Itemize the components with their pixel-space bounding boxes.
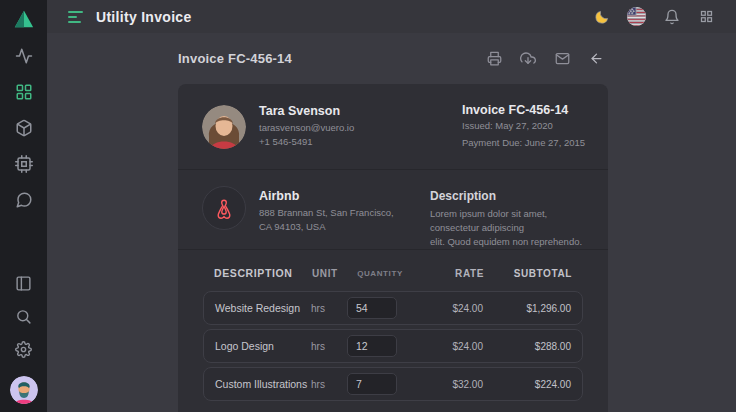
apps-grid-icon[interactable]	[697, 7, 716, 26]
client-section: Airbnb 888 Brannan St, San Francisco, CA…	[178, 170, 608, 250]
header-unit: UNIT	[312, 268, 348, 279]
description-text-line2: elit. Quod equidem non reprehendo.	[430, 235, 584, 249]
page-content: Invoice FC-456-14	[47, 33, 736, 412]
sender-name: Tara Svenson	[259, 104, 354, 118]
line-item-row: Logo Design hrs $24.00 $288.00	[203, 329, 583, 363]
sidebar-nav-top	[13, 45, 34, 210]
header-quantity: QUANTITY	[348, 269, 412, 278]
item-description: Custom Illustrations	[215, 378, 311, 390]
sender-phone: +1 546-5491	[259, 135, 354, 149]
activity-icon[interactable]	[13, 45, 34, 66]
invoice-toolbar: Invoice FC-456-14	[178, 33, 608, 84]
item-unit: hrs	[311, 379, 347, 390]
invoice-actions	[486, 51, 604, 67]
language-flag-icon[interactable]	[627, 7, 646, 26]
item-unit: hrs	[311, 303, 347, 314]
user-avatar[interactable]	[10, 376, 38, 404]
header-rate: RATE	[412, 268, 484, 279]
navbar-actions	[592, 7, 716, 26]
line-item-row: Website Redesign hrs $24.00 $1,296.00	[203, 291, 583, 325]
top-navbar: Utility Invoice	[47, 0, 736, 33]
sender-email: tarasvenson@vuero.io	[259, 121, 354, 135]
client-address-line2: CA 94103, USA	[259, 220, 394, 234]
quantity-input[interactable]	[347, 373, 397, 395]
menu-hamburger-icon[interactable]	[68, 11, 83, 23]
item-rate: $24.00	[411, 303, 483, 314]
invoice-issued-date: Issued: May 27, 2020	[462, 119, 584, 133]
cloud-download-icon[interactable]	[520, 51, 536, 67]
settings-gear-icon[interactable]	[13, 339, 34, 360]
item-subtotal: $1,296.00	[483, 303, 571, 314]
dark-mode-moon-icon[interactable]	[592, 7, 611, 26]
panels-icon[interactable]	[13, 273, 34, 294]
invoice-meta-block: Invoice FC-456-14 Issued: May 27, 2020 P…	[462, 103, 584, 150]
client-block: Airbnb 888 Brannan St, San Francisco, CA…	[202, 186, 430, 249]
invoice-parties-section: Tara Svenson tarasvenson@vuero.io +1 546…	[178, 84, 608, 170]
sender-photo	[202, 105, 246, 149]
main-area: Utility Invoice	[47, 0, 736, 412]
search-icon[interactable]	[13, 306, 34, 327]
header-description: DESCRIPTION	[214, 267, 312, 279]
item-subtotal: $224.00	[483, 379, 571, 390]
sender-block: Tara Svenson tarasvenson@vuero.io +1 546…	[202, 104, 354, 149]
airbnb-logo-icon	[202, 186, 246, 230]
item-rate: $24.00	[411, 341, 483, 352]
cpu-icon[interactable]	[13, 153, 34, 174]
items-table-header: DESCRIPTION UNIT QUANTITY RATE SUBTOTAL	[203, 250, 583, 291]
back-arrow-icon[interactable]	[588, 51, 604, 67]
notifications-bell-icon[interactable]	[662, 7, 681, 26]
item-subtotal: $288.00	[483, 341, 571, 352]
client-address-line1: 888 Brannan St, San Francisco,	[259, 206, 394, 220]
client-name: Airbnb	[259, 189, 394, 203]
invoice-items: Website Redesign hrs $24.00 $1,296.00 Lo…	[203, 291, 583, 401]
line-items-section: DESCRIPTION UNIT QUANTITY RATE SUBTOTAL …	[178, 250, 608, 401]
invoice-card: Tara Svenson tarasvenson@vuero.io +1 546…	[178, 84, 608, 412]
app-window: Utility Invoice	[0, 0, 736, 412]
item-description: Website Redesign	[215, 302, 311, 314]
item-description: Logo Design	[215, 340, 311, 352]
vuero-logo-icon[interactable]	[12, 7, 36, 31]
item-unit: hrs	[311, 341, 347, 352]
box-icon[interactable]	[13, 117, 34, 138]
item-rate: $32.00	[411, 379, 483, 390]
invoice-due-date: Payment Due: June 27, 2015	[462, 136, 584, 150]
header-subtotal: SUBTOTAL	[484, 268, 572, 279]
invoice-number: Invoice FC-456-14	[462, 103, 584, 117]
print-icon[interactable]	[486, 51, 502, 67]
page-title: Utility Invoice	[96, 9, 192, 25]
description-text-line1: Lorem ipsum dolor sit amet, consectetur …	[430, 207, 584, 235]
sidebar-nav-bottom	[10, 273, 38, 404]
description-title: Description	[430, 189, 584, 203]
dashboard-grid-icon[interactable]	[13, 81, 34, 102]
quantity-input[interactable]	[347, 335, 397, 357]
mail-icon[interactable]	[554, 51, 570, 67]
invoice-toolbar-title: Invoice FC-456-14	[178, 51, 292, 66]
icon-sidebar	[0, 0, 47, 412]
quantity-input[interactable]	[347, 297, 397, 319]
chat-bubble-icon[interactable]	[13, 189, 34, 210]
description-block: Description Lorem ipsum dolor sit amet, …	[430, 186, 584, 249]
line-item-row: Custom Illustrations hrs $32.00 $224.00	[203, 367, 583, 401]
